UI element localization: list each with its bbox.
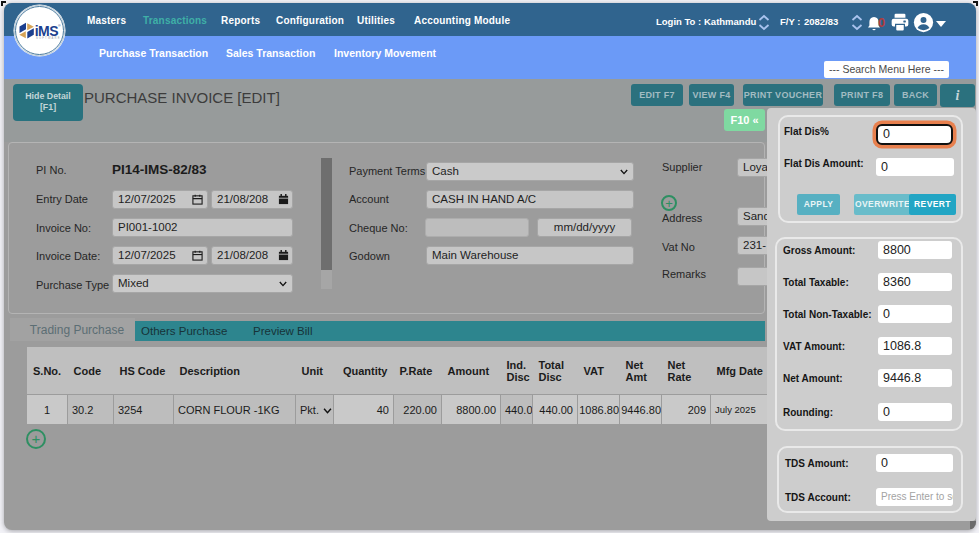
svg-text:iMS: iMS <box>35 23 58 39</box>
svg-text:®: ® <box>58 24 61 28</box>
svg-text:SOFTWARE: SOFTWARE <box>36 36 61 40</box>
